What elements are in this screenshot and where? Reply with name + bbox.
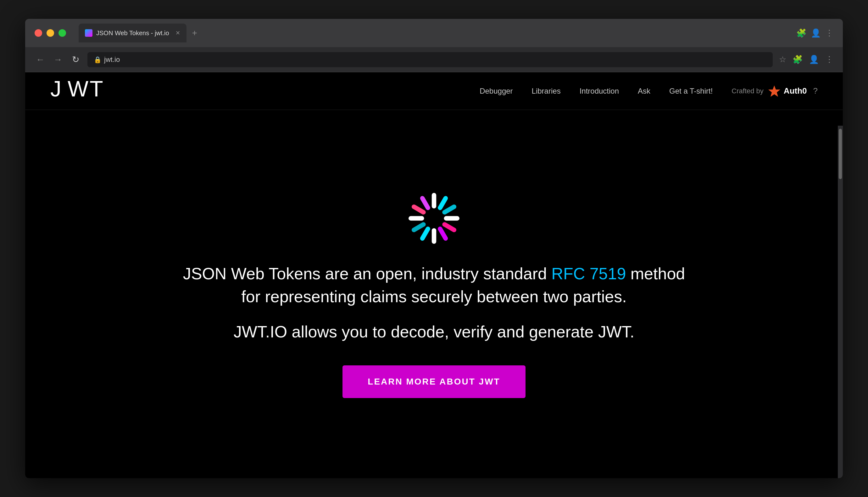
hero-subtitle: JWT.IO allows you to decode, verify and … [182, 321, 686, 343]
auth0-icon [768, 85, 781, 97]
address-bar-row: ← → ↻ 🔒 jwt.io ☆ 🧩 👤 ⋮ [25, 47, 843, 72]
hero-section: JSON Web Tokens are an open, industry st… [25, 110, 843, 478]
browser-window: JSON Web Tokens - jwt.io ✕ + 🧩 👤 ⋮ ← → ↻… [25, 19, 843, 478]
nav-tshirt[interactable]: Get a T-shirt! [669, 87, 713, 96]
svg-rect-12 [409, 216, 424, 221]
account-icon[interactable]: 👤 [809, 55, 819, 65]
minimize-button[interactable] [46, 29, 54, 37]
scrollbar[interactable] [838, 126, 843, 478]
auth0-logo[interactable]: Auth0 [768, 85, 807, 97]
tab-title: JSON Web Tokens - jwt.io [96, 30, 169, 37]
svg-rect-3 [432, 193, 436, 209]
scrollbar-thumb[interactable] [839, 129, 842, 179]
rfc-link[interactable]: RFC 7519 [551, 265, 626, 283]
title-bar: JSON Web Tokens - jwt.io ✕ + 🧩 👤 ⋮ [25, 19, 843, 47]
tab-favicon [85, 29, 93, 37]
maximize-button[interactable] [58, 29, 66, 37]
auth0-text: Auth0 [784, 86, 807, 96]
page-content: JWT Debugger Libraries Introduction Ask … [25, 72, 843, 478]
lock-icon: 🔒 [94, 56, 101, 63]
hero-text-before-rfc: JSON Web Tokens are an open, industry st… [183, 265, 552, 283]
overflow-icon[interactable]: ⋮ [825, 55, 833, 65]
svg-text:WT: WT [68, 77, 105, 100]
jwt-wordmark: JWT [50, 77, 116, 100]
tab-bar: JSON Web Tokens - jwt.io ✕ + [79, 24, 787, 42]
nav-introduction[interactable]: Introduction [580, 87, 619, 96]
menu-icon[interactable]: ⋮ [825, 28, 833, 38]
address-bar[interactable]: 🔒 jwt.io [87, 52, 773, 67]
nav-debugger[interactable]: Debugger [480, 87, 513, 96]
extensions-icon[interactable]: 🧩 [796, 28, 807, 38]
hero-main-text: JSON Web Tokens are an open, industry st… [182, 262, 686, 308]
active-tab[interactable]: JSON Web Tokens - jwt.io ✕ [79, 24, 187, 42]
bookmark-icon[interactable]: ☆ [779, 55, 786, 65]
jwt-pinwheel-logo [406, 190, 462, 246]
new-tab-button[interactable]: + [192, 28, 197, 38]
close-button[interactable] [35, 29, 42, 37]
puzzle-icon[interactable]: 🧩 [793, 55, 803, 65]
svg-rect-6 [444, 216, 460, 221]
nav-libraries[interactable]: Libraries [532, 87, 561, 96]
help-icon[interactable]: ? [813, 86, 818, 96]
crafted-by-label: Crafted by [731, 87, 763, 95]
crafted-by-section: Crafted by Auth0 ? [731, 85, 818, 97]
reload-button[interactable]: ↻ [70, 54, 81, 65]
learn-more-button[interactable]: LEARN MORE ABOUT JWT [343, 365, 525, 398]
hero-description: JSON Web Tokens are an open, industry st… [182, 262, 686, 343]
nav-links: Debugger Libraries Introduction Ask Get … [480, 87, 713, 96]
site-logo: JWT [50, 77, 116, 104]
site-nav: JWT Debugger Libraries Introduction Ask … [25, 72, 843, 110]
traffic-lights [35, 29, 66, 37]
svg-text:J: J [50, 77, 63, 100]
url-text: jwt.io [104, 56, 120, 64]
tab-close-icon[interactable]: ✕ [176, 30, 180, 37]
forward-button[interactable]: → [52, 55, 64, 65]
toolbar-actions: 🧩 👤 ⋮ [796, 28, 833, 38]
svg-marker-2 [768, 85, 780, 97]
nav-ask[interactable]: Ask [638, 87, 650, 96]
back-button[interactable]: ← [35, 55, 46, 65]
svg-rect-9 [432, 228, 436, 244]
profile-icon[interactable]: 👤 [811, 28, 821, 38]
